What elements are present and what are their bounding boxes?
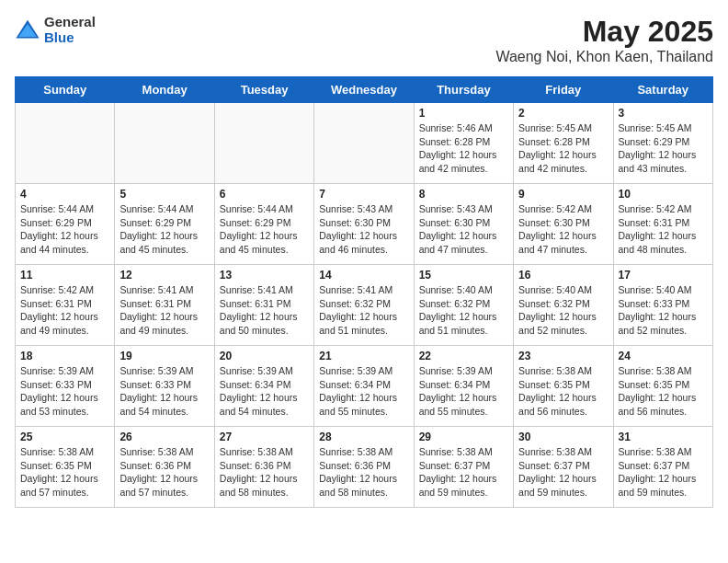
calendar-day-cell: 25Sunrise: 5:38 AM Sunset: 6:35 PM Dayli… (16, 427, 115, 508)
calendar-week-row: 25Sunrise: 5:38 AM Sunset: 6:35 PM Dayli… (16, 427, 713, 508)
calendar-day-cell: 2Sunrise: 5:45 AM Sunset: 6:28 PM Daylig… (514, 103, 613, 184)
calendar-day-cell: 23Sunrise: 5:38 AM Sunset: 6:35 PM Dayli… (514, 346, 613, 427)
day-number: 12 (119, 269, 209, 282)
calendar-week-row: 18Sunrise: 5:39 AM Sunset: 6:33 PM Dayli… (16, 346, 713, 427)
day-info: Sunrise: 5:41 AM Sunset: 6:32 PM Dayligh… (319, 283, 408, 338)
day-info: Sunrise: 5:43 AM Sunset: 6:30 PM Dayligh… (419, 202, 508, 257)
day-info: Sunrise: 5:38 AM Sunset: 6:35 PM Dayligh… (20, 445, 109, 500)
calendar-day-cell: 6Sunrise: 5:44 AM Sunset: 6:29 PM Daylig… (214, 184, 313, 265)
calendar-day-cell: 17Sunrise: 5:40 AM Sunset: 6:33 PM Dayli… (613, 265, 712, 346)
day-number: 25 (20, 431, 109, 443)
calendar-day-cell: 8Sunrise: 5:43 AM Sunset: 6:30 PM Daylig… (414, 184, 513, 265)
logo-blue: Blue (44, 30, 96, 46)
day-info: Sunrise: 5:42 AM Sunset: 6:30 PM Dayligh… (518, 202, 608, 257)
day-number: 18 (20, 350, 109, 362)
day-info: Sunrise: 5:38 AM Sunset: 6:36 PM Dayligh… (319, 445, 408, 500)
day-number: 30 (518, 431, 608, 443)
calendar-day-cell (214, 103, 313, 184)
calendar-day-cell: 19Sunrise: 5:39 AM Sunset: 6:33 PM Dayli… (115, 346, 214, 427)
day-info: Sunrise: 5:38 AM Sunset: 6:35 PM Dayligh… (518, 364, 608, 419)
day-info: Sunrise: 5:39 AM Sunset: 6:33 PM Dayligh… (20, 364, 109, 419)
day-info: Sunrise: 5:38 AM Sunset: 6:37 PM Dayligh… (419, 445, 508, 500)
title-block: May 2025 Waeng Noi, Khon Kaen, Thailand (495, 15, 713, 65)
calendar-day-cell: 27Sunrise: 5:38 AM Sunset: 6:36 PM Dayli… (214, 427, 313, 508)
day-info: Sunrise: 5:40 AM Sunset: 6:33 PM Dayligh… (619, 283, 708, 338)
day-number: 8 (419, 188, 508, 201)
calendar-day-cell: 9Sunrise: 5:42 AM Sunset: 6:30 PM Daylig… (514, 184, 613, 265)
day-number: 1 (419, 107, 508, 120)
calendar-day-cell: 10Sunrise: 5:42 AM Sunset: 6:31 PM Dayli… (613, 184, 712, 265)
calendar-day-cell: 14Sunrise: 5:41 AM Sunset: 6:32 PM Dayli… (314, 265, 414, 346)
day-info: Sunrise: 5:42 AM Sunset: 6:31 PM Dayligh… (20, 283, 109, 338)
logo: General Blue (15, 15, 96, 45)
day-number: 19 (119, 350, 209, 362)
calendar-day-cell: 29Sunrise: 5:38 AM Sunset: 6:37 PM Dayli… (414, 427, 513, 508)
day-info: Sunrise: 5:40 AM Sunset: 6:32 PM Dayligh… (419, 283, 508, 338)
day-info: Sunrise: 5:38 AM Sunset: 6:37 PM Dayligh… (619, 445, 708, 500)
day-number: 26 (119, 431, 209, 443)
calendar-day-cell: 28Sunrise: 5:38 AM Sunset: 6:36 PM Dayli… (314, 427, 414, 508)
day-number: 10 (619, 188, 708, 201)
day-info: Sunrise: 5:43 AM Sunset: 6:30 PM Dayligh… (319, 202, 408, 257)
calendar-week-row: 1Sunrise: 5:46 AM Sunset: 6:28 PM Daylig… (16, 103, 713, 184)
calendar-day-cell: 26Sunrise: 5:38 AM Sunset: 6:36 PM Dayli… (115, 427, 214, 508)
calendar-day-cell: 11Sunrise: 5:42 AM Sunset: 6:31 PM Dayli… (16, 265, 115, 346)
logo-general: General (44, 15, 96, 30)
day-number: 5 (119, 188, 209, 201)
day-info: Sunrise: 5:44 AM Sunset: 6:29 PM Dayligh… (20, 202, 109, 257)
day-number: 28 (319, 431, 408, 443)
day-info: Sunrise: 5:42 AM Sunset: 6:31 PM Dayligh… (619, 202, 708, 257)
page-header: General Blue May 2025 Waeng Noi, Khon Ka… (15, 15, 713, 65)
page-subtitle: Waeng Noi, Khon Kaen, Thailand (495, 49, 713, 65)
day-info: Sunrise: 5:38 AM Sunset: 6:35 PM Dayligh… (619, 364, 708, 419)
calendar-week-row: 4Sunrise: 5:44 AM Sunset: 6:29 PM Daylig… (16, 184, 713, 265)
day-info: Sunrise: 5:38 AM Sunset: 6:37 PM Dayligh… (518, 445, 608, 500)
day-info: Sunrise: 5:41 AM Sunset: 6:31 PM Dayligh… (220, 283, 309, 338)
day-number: 31 (619, 431, 708, 443)
calendar-day-cell: 30Sunrise: 5:38 AM Sunset: 6:37 PM Dayli… (514, 427, 613, 508)
day-info: Sunrise: 5:44 AM Sunset: 6:29 PM Dayligh… (220, 202, 309, 257)
calendar-day-cell: 24Sunrise: 5:38 AM Sunset: 6:35 PM Dayli… (613, 346, 712, 427)
logo-text: General Blue (44, 15, 96, 45)
day-info: Sunrise: 5:44 AM Sunset: 6:29 PM Dayligh… (119, 202, 209, 257)
calendar-day-cell (314, 103, 414, 184)
calendar-day-cell: 4Sunrise: 5:44 AM Sunset: 6:29 PM Daylig… (16, 184, 115, 265)
day-number: 2 (518, 107, 608, 120)
day-info: Sunrise: 5:40 AM Sunset: 6:32 PM Dayligh… (518, 283, 608, 338)
day-number: 7 (319, 188, 408, 201)
calendar-table: SundayMondayTuesdayWednesdayThursdayFrid… (15, 76, 713, 508)
calendar-day-cell: 22Sunrise: 5:39 AM Sunset: 6:34 PM Dayli… (414, 346, 513, 427)
calendar-day-cell: 15Sunrise: 5:40 AM Sunset: 6:32 PM Dayli… (414, 265, 513, 346)
day-info: Sunrise: 5:38 AM Sunset: 6:36 PM Dayligh… (220, 445, 309, 500)
day-number: 13 (220, 269, 309, 282)
day-info: Sunrise: 5:39 AM Sunset: 6:34 PM Dayligh… (319, 364, 408, 419)
day-number: 6 (220, 188, 309, 201)
day-info: Sunrise: 5:39 AM Sunset: 6:33 PM Dayligh… (119, 364, 209, 419)
day-number: 14 (319, 269, 408, 282)
logo-icon (15, 17, 40, 43)
calendar-day-cell: 16Sunrise: 5:40 AM Sunset: 6:32 PM Dayli… (514, 265, 613, 346)
calendar-day-cell: 21Sunrise: 5:39 AM Sunset: 6:34 PM Dayli… (314, 346, 414, 427)
day-info: Sunrise: 5:38 AM Sunset: 6:36 PM Dayligh… (119, 445, 209, 500)
day-number: 16 (518, 269, 608, 282)
calendar-day-cell (115, 103, 214, 184)
calendar-day-cell: 7Sunrise: 5:43 AM Sunset: 6:30 PM Daylig… (314, 184, 414, 265)
day-info: Sunrise: 5:41 AM Sunset: 6:31 PM Dayligh… (119, 283, 209, 338)
calendar-day-cell: 3Sunrise: 5:45 AM Sunset: 6:29 PM Daylig… (613, 103, 712, 184)
day-number: 15 (419, 269, 508, 282)
weekday-header: Sunday (16, 77, 115, 103)
calendar-day-cell: 20Sunrise: 5:39 AM Sunset: 6:34 PM Dayli… (214, 346, 313, 427)
day-info: Sunrise: 5:46 AM Sunset: 6:28 PM Dayligh… (419, 121, 508, 176)
weekday-header: Friday (514, 77, 613, 103)
calendar-week-row: 11Sunrise: 5:42 AM Sunset: 6:31 PM Dayli… (16, 265, 713, 346)
day-number: 21 (319, 350, 408, 362)
calendar-day-cell (16, 103, 115, 184)
weekday-header: Monday (115, 77, 214, 103)
day-number: 11 (20, 269, 109, 282)
day-number: 4 (20, 188, 109, 201)
calendar-day-cell: 5Sunrise: 5:44 AM Sunset: 6:29 PM Daylig… (115, 184, 214, 265)
weekday-header: Tuesday (214, 77, 313, 103)
calendar-day-cell: 13Sunrise: 5:41 AM Sunset: 6:31 PM Dayli… (214, 265, 313, 346)
day-number: 24 (619, 350, 708, 362)
calendar-day-cell: 18Sunrise: 5:39 AM Sunset: 6:33 PM Dayli… (16, 346, 115, 427)
